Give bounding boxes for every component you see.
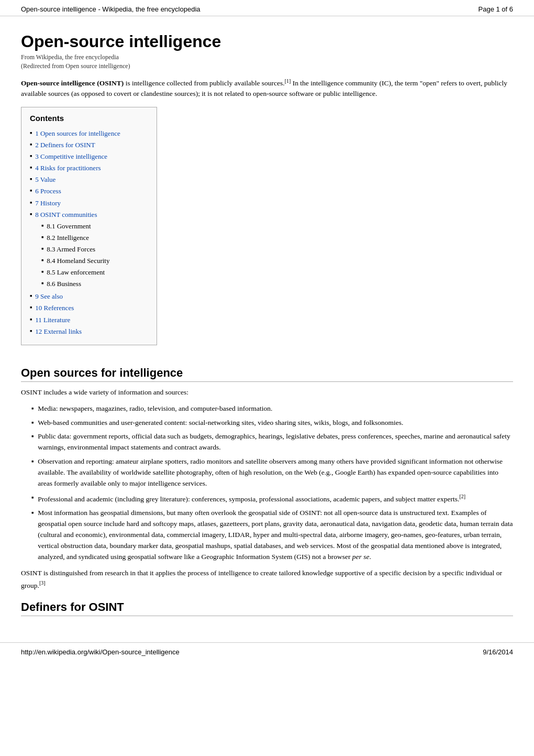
intro-abbr: OSINT	[99, 79, 121, 87]
contents-link-6[interactable]: 6 Process	[35, 185, 61, 197]
contents-link-8-5[interactable]: 8.5 Law enforcement	[47, 267, 105, 278]
section-heading-open-sources: Open sources for intelligence	[21, 366, 513, 382]
contents-item-3[interactable]: 3 Competitive intelligence	[30, 151, 148, 162]
contents-link-8-2[interactable]: 8.2 Intelligence	[47, 232, 89, 244]
contents-link-2[interactable]: 2 Definers for OSINT	[35, 139, 95, 151]
contents-link-3[interactable]: 3 Competitive intelligence	[35, 151, 107, 162]
page-footer: http://en.wikipedia.org/wiki/Open-source…	[0, 642, 534, 661]
ref-3: [3]	[39, 580, 46, 586]
article-from: From Wikipedia, the free encyclopedia	[21, 53, 513, 61]
contents-title: Contents	[30, 114, 148, 123]
contents-link-8-1[interactable]: 8.1 Government	[47, 221, 91, 232]
intro-bold: Open-source intelligence (OSINT)	[21, 79, 124, 87]
contents-link-8-6[interactable]: 8.6 Business	[47, 278, 81, 290]
contents-item-5[interactable]: 5 Value	[30, 174, 148, 185]
contents-item-8-6[interactable]: 8.6 Business	[41, 278, 148, 290]
contents-item-8[interactable]: 8 OSINT communities	[30, 209, 148, 221]
ref-1: [1]	[285, 78, 291, 83]
contents-link-8-3[interactable]: 8.3 Armed Forces	[47, 244, 95, 255]
contents-link-11[interactable]: 11 Literature	[35, 314, 70, 326]
contents-item-8-4[interactable]: 8.4 Homeland Security	[41, 255, 148, 267]
contents-item-8-1[interactable]: 8.1 Government	[41, 221, 148, 232]
open-sources-closing: OSINT is distinguished from research in …	[21, 568, 513, 591]
bullet-media: Media: newspapers, magazines, radio, tel…	[31, 403, 513, 414]
ref-2: [2]	[459, 494, 465, 499]
intro-paragraph: Open-source intelligence (OSINT) is inte…	[21, 76, 513, 99]
contents-link-8-4[interactable]: 8.4 Homeland Security	[47, 255, 109, 267]
contents-link-10[interactable]: 10 References	[35, 302, 74, 314]
open-sources-bullets: Media: newspapers, magazines, radio, tel…	[31, 403, 513, 563]
contents-sublist: 8.1 Government 8.2 Intelligence 8.3 Arme…	[30, 221, 148, 290]
bullet-observation: Observation and reporting: amateur airpl…	[31, 456, 513, 489]
contents-item-8-2[interactable]: 8.2 Intelligence	[41, 232, 148, 244]
contents-link-4[interactable]: 4 Risks for practitioners	[35, 162, 101, 174]
header-page: Page 1 of 6	[479, 5, 514, 13]
footer-url: http://en.wikipedia.org/wiki/Open-source…	[21, 648, 180, 656]
contents-item-4[interactable]: 4 Risks for practitioners	[30, 162, 148, 174]
bullet-web: Web-based communities and user-generated…	[31, 418, 513, 429]
page-header: Open-source intelligence - Wikipedia, th…	[0, 0, 534, 16]
contents-link-7[interactable]: 7 History	[35, 198, 61, 209]
article-title: Open-source intelligence	[21, 32, 513, 51]
contents-item-2[interactable]: 2 Definers for OSINT	[30, 139, 148, 151]
contents-box: Contents 1 Open sources for intelligence…	[21, 107, 157, 345]
contents-item-9[interactable]: 9 See also	[30, 291, 148, 302]
contents-link-9[interactable]: 9 See also	[35, 291, 63, 302]
contents-item-8-3[interactable]: 8.3 Armed Forces	[41, 244, 148, 255]
contents-item-6[interactable]: 6 Process	[30, 185, 148, 197]
contents-item-11[interactable]: 11 Literature	[30, 314, 148, 326]
bullet-geospatial: Most information has geospatial dimensio…	[31, 508, 513, 563]
contents-link-8[interactable]: 8 OSINT communities	[35, 209, 97, 221]
article-redirected: (Redirected from Open source intelligenc…	[21, 62, 513, 70]
contents-list: 1 Open sources for intelligence 2 Define…	[30, 128, 148, 221]
contents-link-12[interactable]: 12 External links	[35, 326, 82, 337]
contents-item-1[interactable]: 1 Open sources for intelligence	[30, 128, 148, 139]
header-title: Open-source intelligence - Wikipedia, th…	[21, 5, 201, 13]
section-heading-definers: Definers for OSINT	[21, 600, 513, 616]
section-intro-open-sources: OSINT includes a wide variety of informa…	[21, 387, 513, 398]
contents-item-8-5[interactable]: 8.5 Law enforcement	[41, 267, 148, 278]
contents-link-1[interactable]: 1 Open sources for intelligence	[35, 128, 120, 139]
contents-item-10[interactable]: 10 References	[30, 302, 148, 314]
bullet-public-data: Public data: government reports, officia…	[31, 431, 513, 453]
contents-item-12[interactable]: 12 External links	[30, 326, 148, 337]
bullet-professional: Professional and academic (including gre…	[31, 492, 513, 505]
contents-list-2: 9 See also 10 References 11 Literature 1…	[30, 291, 148, 337]
contents-link-5[interactable]: 5 Value	[35, 174, 55, 185]
contents-item-7[interactable]: 7 History	[30, 198, 148, 209]
footer-date: 9/16/2014	[483, 648, 513, 656]
